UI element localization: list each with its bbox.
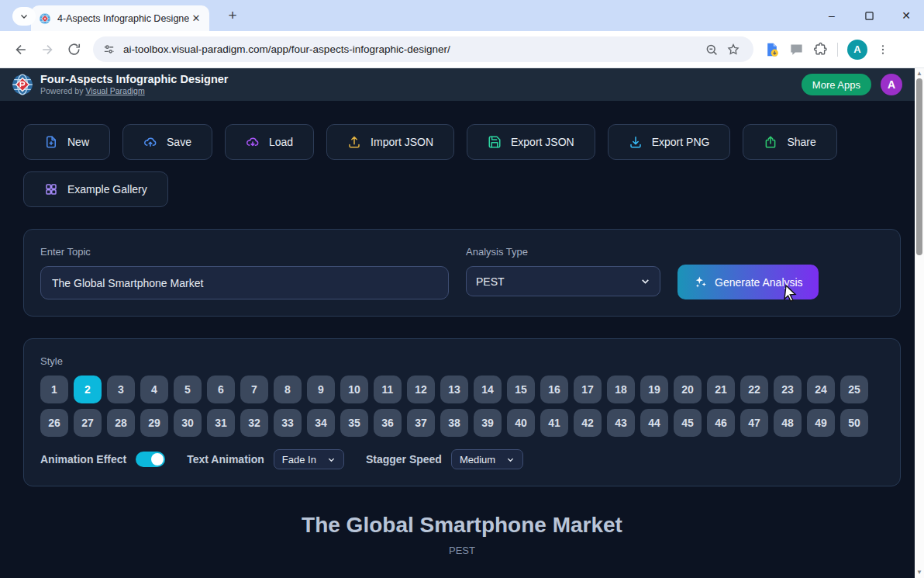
scrollbar-up-icon[interactable]: ▲ — [915, 70, 924, 78]
share-button[interactable]: Share — [743, 124, 836, 160]
style-option-7[interactable]: 7 — [240, 376, 268, 403]
style-option-32[interactable]: 32 — [240, 409, 268, 437]
style-option-15[interactable]: 15 — [507, 376, 535, 403]
browser-profile-avatar[interactable]: A — [847, 40, 867, 60]
style-option-24[interactable]: 24 — [807, 376, 835, 403]
chevron-down-icon — [640, 276, 650, 286]
app-header: Four-Aspects Infographic Designer Powere… — [0, 68, 924, 101]
new-button[interactable]: New — [23, 124, 110, 160]
save-button[interactable]: Save — [122, 124, 212, 160]
style-option-36[interactable]: 36 — [374, 409, 402, 437]
style-option-22[interactable]: 22 — [740, 376, 768, 403]
style-option-49[interactable]: 49 — [807, 409, 835, 437]
style-option-39[interactable]: 39 — [474, 409, 502, 437]
style-option-16[interactable]: 16 — [540, 376, 568, 403]
style-option-2[interactable]: 2 — [74, 376, 102, 403]
style-option-18[interactable]: 18 — [607, 376, 635, 403]
import-json-button[interactable]: Import JSON — [326, 124, 454, 160]
style-option-29[interactable]: 29 — [140, 409, 168, 437]
style-option-50[interactable]: 50 — [840, 409, 868, 437]
style-option-46[interactable]: 46 — [707, 409, 735, 437]
style-option-8[interactable]: 8 — [274, 376, 302, 403]
export-png-button[interactable]: Export PNG — [608, 124, 731, 160]
action-toolbar-row-1: NewSaveLoadImport JSONExport JSONExport … — [23, 124, 901, 160]
style-option-9[interactable]: 9 — [307, 376, 335, 403]
browser-tab[interactable]: 4-Aspects Infographic Designer ✕ — [31, 5, 209, 31]
tab-search-button[interactable] — [12, 7, 36, 26]
style-option-11[interactable]: 11 — [374, 376, 402, 403]
page-scrollbar[interactable]: ▲ ▼ — [915, 68, 924, 578]
bookmark-button[interactable] — [722, 39, 744, 61]
style-option-21[interactable]: 21 — [707, 376, 735, 403]
export-json-button[interactable]: Export JSON — [467, 124, 595, 160]
style-option-26[interactable]: 26 — [40, 409, 68, 437]
animation-effect-toggle[interactable] — [136, 452, 165, 467]
style-option-34[interactable]: 34 — [307, 409, 335, 437]
favicon-visual-paradigm — [39, 12, 51, 25]
example-gallery-button[interactable]: Example Gallery — [23, 171, 168, 207]
scrollbar-thumb[interactable] — [916, 78, 922, 255]
more-apps-button[interactable]: More Apps — [802, 74, 871, 95]
style-option-30[interactable]: 30 — [174, 409, 202, 437]
style-option-27[interactable]: 27 — [74, 409, 102, 437]
style-label: Style — [40, 355, 884, 367]
feedback-button[interactable] — [789, 42, 804, 57]
style-option-14[interactable]: 14 — [474, 376, 502, 403]
style-option-1[interactable]: 1 — [40, 376, 68, 403]
style-option-23[interactable]: 23 — [774, 376, 802, 403]
reload-button[interactable] — [60, 36, 87, 63]
style-option-37[interactable]: 37 — [407, 409, 435, 437]
style-option-4[interactable]: 4 — [140, 376, 168, 403]
save-extension-button[interactable] — [764, 42, 780, 57]
text-animation-select[interactable]: Fade In — [274, 449, 344, 469]
style-option-33[interactable]: 33 — [274, 409, 302, 437]
generate-button-wrap: Generate Analysis — [677, 246, 819, 299]
style-option-12[interactable]: 12 — [407, 376, 435, 403]
url-bar[interactable]: ai-toolbox.visual-paradigm.com/app/four-… — [93, 36, 753, 62]
style-option-38[interactable]: 38 — [440, 409, 468, 437]
export-png-label: Export PNG — [652, 136, 710, 148]
zoom-indicator-button[interactable] — [701, 39, 722, 61]
topic-input[interactable] — [40, 266, 449, 299]
style-option-42[interactable]: 42 — [574, 409, 602, 437]
style-option-43[interactable]: 43 — [607, 409, 635, 437]
style-option-25[interactable]: 25 — [840, 376, 868, 403]
style-option-44[interactable]: 44 — [640, 409, 668, 437]
style-option-5[interactable]: 5 — [174, 376, 202, 403]
url-text[interactable]: ai-toolbox.visual-paradigm.com/app/four-… — [123, 43, 701, 55]
style-option-40[interactable]: 40 — [507, 409, 535, 437]
visual-paradigm-link[interactable]: Visual Paradigm — [85, 86, 144, 95]
style-option-17[interactable]: 17 — [574, 376, 602, 403]
style-option-31[interactable]: 31 — [207, 409, 235, 437]
browser-menu-button[interactable] — [877, 43, 889, 56]
style-option-6[interactable]: 6 — [207, 376, 235, 403]
style-option-3[interactable]: 3 — [107, 376, 135, 403]
style-option-47[interactable]: 47 — [740, 409, 768, 437]
style-option-45[interactable]: 45 — [674, 409, 702, 437]
generate-analysis-button[interactable]: Generate Analysis — [677, 265, 819, 299]
style-option-20[interactable]: 20 — [674, 376, 702, 403]
window-minimize-button[interactable]: – — [825, 9, 839, 22]
style-option-13[interactable]: 13 — [440, 376, 468, 403]
style-option-48[interactable]: 48 — [774, 409, 802, 437]
analysis-type-select[interactable]: PEST — [466, 266, 660, 296]
scrollbar-down-icon[interactable]: ▼ — [915, 569, 924, 576]
new-tab-button[interactable]: + — [223, 6, 242, 25]
back-button[interactable] — [8, 36, 34, 63]
style-option-19[interactable]: 19 — [640, 376, 668, 403]
style-panel: Style 1234567891011121314151617181920212… — [23, 338, 901, 486]
style-option-41[interactable]: 41 — [540, 409, 568, 437]
extensions-button[interactable] — [813, 42, 828, 57]
tab-close-icon[interactable]: ✕ — [189, 12, 203, 26]
style-option-10[interactable]: 10 — [340, 376, 368, 403]
analysis-type-group: Analysis Type PEST — [466, 246, 660, 299]
preview-subtitle: PEST — [23, 545, 901, 556]
load-button[interactable]: Load — [225, 124, 314, 160]
window-maximize-button[interactable] — [862, 9, 876, 22]
window-close-button[interactable]: ✕ — [899, 9, 913, 22]
style-option-28[interactable]: 28 — [107, 409, 135, 437]
user-avatar[interactable]: A — [881, 74, 902, 95]
style-option-35[interactable]: 35 — [340, 409, 368, 437]
stagger-speed-select[interactable]: Medium — [451, 449, 523, 469]
forward-button[interactable] — [34, 36, 60, 63]
